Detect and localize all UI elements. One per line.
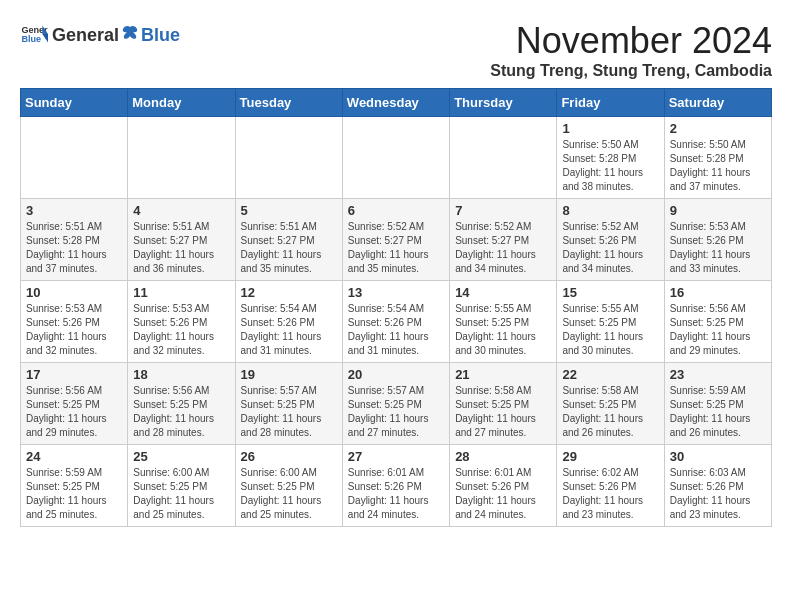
day-info: Sunrise: 5:53 AMSunset: 5:26 PMDaylight:… bbox=[133, 302, 229, 358]
logo-blue-text: Blue bbox=[141, 25, 180, 46]
day-info: Sunrise: 5:56 AMSunset: 5:25 PMDaylight:… bbox=[133, 384, 229, 440]
day-info: Sunrise: 5:51 AMSunset: 5:28 PMDaylight:… bbox=[26, 220, 122, 276]
title-block: November 2024 Stung Treng, Stung Treng, … bbox=[490, 20, 772, 80]
day-number: 7 bbox=[455, 203, 551, 218]
calendar-cell: 12Sunrise: 5:54 AMSunset: 5:26 PMDayligh… bbox=[235, 281, 342, 363]
calendar-cell bbox=[235, 117, 342, 199]
weekday-header-row: SundayMondayTuesdayWednesdayThursdayFrid… bbox=[21, 89, 772, 117]
calendar-cell: 23Sunrise: 5:59 AMSunset: 5:25 PMDayligh… bbox=[664, 363, 771, 445]
day-info: Sunrise: 5:52 AMSunset: 5:26 PMDaylight:… bbox=[562, 220, 658, 276]
day-number: 20 bbox=[348, 367, 444, 382]
day-info: Sunrise: 5:53 AMSunset: 5:26 PMDaylight:… bbox=[670, 220, 766, 276]
day-info: Sunrise: 5:57 AMSunset: 5:25 PMDaylight:… bbox=[348, 384, 444, 440]
day-number: 4 bbox=[133, 203, 229, 218]
day-info: Sunrise: 5:58 AMSunset: 5:25 PMDaylight:… bbox=[562, 384, 658, 440]
day-number: 21 bbox=[455, 367, 551, 382]
day-info: Sunrise: 5:59 AMSunset: 5:25 PMDaylight:… bbox=[670, 384, 766, 440]
weekday-header-friday: Friday bbox=[557, 89, 664, 117]
day-number: 12 bbox=[241, 285, 337, 300]
day-number: 29 bbox=[562, 449, 658, 464]
day-number: 30 bbox=[670, 449, 766, 464]
day-info: Sunrise: 5:52 AMSunset: 5:27 PMDaylight:… bbox=[455, 220, 551, 276]
day-number: 15 bbox=[562, 285, 658, 300]
day-info: Sunrise: 5:50 AMSunset: 5:28 PMDaylight:… bbox=[562, 138, 658, 194]
day-info: Sunrise: 6:01 AMSunset: 5:26 PMDaylight:… bbox=[348, 466, 444, 522]
day-number: 9 bbox=[670, 203, 766, 218]
weekday-header-wednesday: Wednesday bbox=[342, 89, 449, 117]
day-number: 27 bbox=[348, 449, 444, 464]
calendar-cell: 20Sunrise: 5:57 AMSunset: 5:25 PMDayligh… bbox=[342, 363, 449, 445]
calendar-cell: 25Sunrise: 6:00 AMSunset: 5:25 PMDayligh… bbox=[128, 445, 235, 527]
day-number: 18 bbox=[133, 367, 229, 382]
logo-general-text: General bbox=[52, 25, 119, 46]
calendar-cell bbox=[450, 117, 557, 199]
month-title: November 2024 bbox=[490, 20, 772, 62]
calendar-cell: 22Sunrise: 5:58 AMSunset: 5:25 PMDayligh… bbox=[557, 363, 664, 445]
day-info: Sunrise: 5:54 AMSunset: 5:26 PMDaylight:… bbox=[348, 302, 444, 358]
day-number: 8 bbox=[562, 203, 658, 218]
calendar-week-2: 3Sunrise: 5:51 AMSunset: 5:28 PMDaylight… bbox=[21, 199, 772, 281]
day-info: Sunrise: 5:56 AMSunset: 5:25 PMDaylight:… bbox=[26, 384, 122, 440]
calendar-cell: 7Sunrise: 5:52 AMSunset: 5:27 PMDaylight… bbox=[450, 199, 557, 281]
calendar-week-4: 17Sunrise: 5:56 AMSunset: 5:25 PMDayligh… bbox=[21, 363, 772, 445]
calendar-cell: 8Sunrise: 5:52 AMSunset: 5:26 PMDaylight… bbox=[557, 199, 664, 281]
day-info: Sunrise: 5:56 AMSunset: 5:25 PMDaylight:… bbox=[670, 302, 766, 358]
weekday-header-monday: Monday bbox=[128, 89, 235, 117]
calendar-cell: 28Sunrise: 6:01 AMSunset: 5:26 PMDayligh… bbox=[450, 445, 557, 527]
day-number: 24 bbox=[26, 449, 122, 464]
day-number: 3 bbox=[26, 203, 122, 218]
weekday-header-tuesday: Tuesday bbox=[235, 89, 342, 117]
calendar-cell: 15Sunrise: 5:55 AMSunset: 5:25 PMDayligh… bbox=[557, 281, 664, 363]
day-number: 26 bbox=[241, 449, 337, 464]
day-number: 10 bbox=[26, 285, 122, 300]
day-info: Sunrise: 5:58 AMSunset: 5:25 PMDaylight:… bbox=[455, 384, 551, 440]
day-number: 28 bbox=[455, 449, 551, 464]
calendar-table: SundayMondayTuesdayWednesdayThursdayFrid… bbox=[20, 88, 772, 527]
calendar-cell bbox=[128, 117, 235, 199]
day-number: 6 bbox=[348, 203, 444, 218]
day-info: Sunrise: 6:02 AMSunset: 5:26 PMDaylight:… bbox=[562, 466, 658, 522]
day-info: Sunrise: 6:01 AMSunset: 5:26 PMDaylight:… bbox=[455, 466, 551, 522]
day-info: Sunrise: 5:53 AMSunset: 5:26 PMDaylight:… bbox=[26, 302, 122, 358]
day-number: 14 bbox=[455, 285, 551, 300]
day-number: 11 bbox=[133, 285, 229, 300]
day-info: Sunrise: 5:55 AMSunset: 5:25 PMDaylight:… bbox=[455, 302, 551, 358]
weekday-header-saturday: Saturday bbox=[664, 89, 771, 117]
svg-marker-3 bbox=[42, 34, 48, 42]
day-info: Sunrise: 5:50 AMSunset: 5:28 PMDaylight:… bbox=[670, 138, 766, 194]
calendar-cell: 29Sunrise: 6:02 AMSunset: 5:26 PMDayligh… bbox=[557, 445, 664, 527]
location-title: Stung Treng, Stung Treng, Cambodia bbox=[490, 62, 772, 80]
day-info: Sunrise: 6:00 AMSunset: 5:25 PMDaylight:… bbox=[241, 466, 337, 522]
calendar-cell: 11Sunrise: 5:53 AMSunset: 5:26 PMDayligh… bbox=[128, 281, 235, 363]
day-info: Sunrise: 5:52 AMSunset: 5:27 PMDaylight:… bbox=[348, 220, 444, 276]
calendar-cell: 5Sunrise: 5:51 AMSunset: 5:27 PMDaylight… bbox=[235, 199, 342, 281]
logo-icon: General Blue bbox=[20, 20, 48, 48]
calendar-cell bbox=[342, 117, 449, 199]
calendar-cell: 16Sunrise: 5:56 AMSunset: 5:25 PMDayligh… bbox=[664, 281, 771, 363]
calendar-week-3: 10Sunrise: 5:53 AMSunset: 5:26 PMDayligh… bbox=[21, 281, 772, 363]
weekday-header-thursday: Thursday bbox=[450, 89, 557, 117]
calendar-cell: 3Sunrise: 5:51 AMSunset: 5:28 PMDaylight… bbox=[21, 199, 128, 281]
day-info: Sunrise: 5:55 AMSunset: 5:25 PMDaylight:… bbox=[562, 302, 658, 358]
calendar-cell: 30Sunrise: 6:03 AMSunset: 5:26 PMDayligh… bbox=[664, 445, 771, 527]
day-info: Sunrise: 5:57 AMSunset: 5:25 PMDaylight:… bbox=[241, 384, 337, 440]
day-info: Sunrise: 5:51 AMSunset: 5:27 PMDaylight:… bbox=[241, 220, 337, 276]
calendar-cell: 17Sunrise: 5:56 AMSunset: 5:25 PMDayligh… bbox=[21, 363, 128, 445]
calendar-cell: 2Sunrise: 5:50 AMSunset: 5:28 PMDaylight… bbox=[664, 117, 771, 199]
logo: General Blue General Blue bbox=[20, 20, 180, 48]
logo-bird-icon bbox=[121, 23, 139, 41]
day-number: 25 bbox=[133, 449, 229, 464]
calendar-cell: 10Sunrise: 5:53 AMSunset: 5:26 PMDayligh… bbox=[21, 281, 128, 363]
day-number: 23 bbox=[670, 367, 766, 382]
day-number: 13 bbox=[348, 285, 444, 300]
day-info: Sunrise: 6:03 AMSunset: 5:26 PMDaylight:… bbox=[670, 466, 766, 522]
calendar-cell: 21Sunrise: 5:58 AMSunset: 5:25 PMDayligh… bbox=[450, 363, 557, 445]
calendar-week-1: 1Sunrise: 5:50 AMSunset: 5:28 PMDaylight… bbox=[21, 117, 772, 199]
day-number: 22 bbox=[562, 367, 658, 382]
calendar-week-5: 24Sunrise: 5:59 AMSunset: 5:25 PMDayligh… bbox=[21, 445, 772, 527]
day-info: Sunrise: 6:00 AMSunset: 5:25 PMDaylight:… bbox=[133, 466, 229, 522]
weekday-header-sunday: Sunday bbox=[21, 89, 128, 117]
svg-text:Blue: Blue bbox=[21, 34, 41, 44]
calendar-cell: 13Sunrise: 5:54 AMSunset: 5:26 PMDayligh… bbox=[342, 281, 449, 363]
day-info: Sunrise: 5:59 AMSunset: 5:25 PMDaylight:… bbox=[26, 466, 122, 522]
